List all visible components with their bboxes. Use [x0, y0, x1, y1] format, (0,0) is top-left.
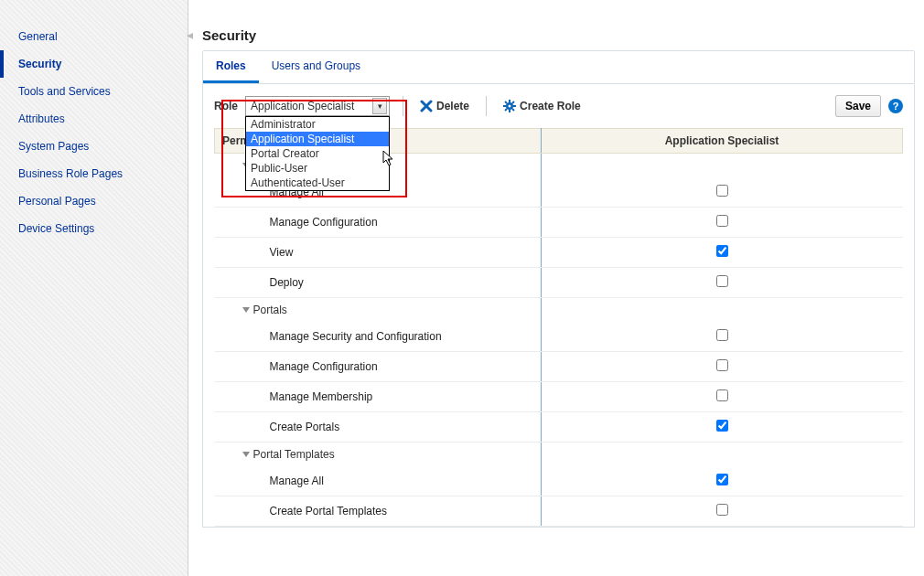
delete-label: Delete: [436, 100, 469, 112]
role-option-administrator[interactable]: Administrator: [246, 117, 389, 132]
sidebar: General Security Tools and Services Attr…: [0, 0, 188, 576]
permission-checkbox[interactable]: [716, 474, 728, 485]
permission-row: Manage Membership: [215, 382, 903, 412]
permission-row: Manage Configuration: [215, 208, 903, 238]
toolbar: Role Application Specialist ▾ Administra…: [214, 95, 903, 128]
sidebar-item-tools-and-services[interactable]: Tools and Services: [0, 78, 188, 105]
permission-checkbox-cell: [542, 177, 903, 208]
sidebar-item-security[interactable]: Security: [0, 50, 188, 78]
permission-checkbox-cell: [542, 322, 903, 352]
permission-checkbox-cell: [542, 496, 903, 527]
header-role-column: Application Specialist: [542, 129, 903, 154]
sidebar-item-system-pages[interactable]: System Pages: [0, 133, 188, 160]
permission-checkbox-cell: [542, 382, 903, 412]
help-icon[interactable]: ?: [888, 99, 903, 113]
permission-name: View: [215, 238, 542, 268]
tab-users-and-groups[interactable]: Users and Groups: [259, 51, 373, 83]
sidebar-item-attributes[interactable]: Attributes: [0, 105, 188, 133]
permission-row: Deploy: [215, 268, 903, 298]
permission-checkbox-cell: [542, 352, 903, 382]
sidebar-item-personal-pages[interactable]: Personal Pages: [0, 187, 188, 215]
permission-row: Create Portal Templates: [215, 496, 903, 527]
svg-line-5: [505, 101, 507, 103]
permission-checkbox[interactable]: [716, 185, 728, 197]
expand-collapse-icon[interactable]: [242, 307, 250, 313]
permission-checkbox[interactable]: [716, 275, 728, 287]
permission-checkbox[interactable]: [716, 329, 728, 341]
sidebar-item-general[interactable]: General: [0, 23, 188, 50]
permission-row: View: [215, 238, 903, 268]
permission-checkbox-cell: [542, 268, 903, 298]
tab-roles[interactable]: Roles: [203, 51, 259, 83]
permission-checkbox[interactable]: [716, 504, 728, 516]
permission-name: Manage Security and Configuration: [215, 322, 542, 352]
content-panel: Role Application Specialist ▾ Administra…: [202, 84, 915, 528]
svg-line-6: [512, 109, 514, 111]
role-option-public-user[interactable]: Public-User: [246, 161, 389, 176]
permission-checkbox-cell: [542, 238, 903, 268]
permission-checkbox[interactable]: [716, 420, 728, 432]
permission-group-row: Portals: [215, 298, 903, 323]
permission-group-label[interactable]: Portals: [215, 298, 542, 323]
divider: [403, 96, 403, 116]
permission-group-row: Portal Templates: [215, 443, 903, 467]
permission-checkbox-cell: [542, 208, 903, 238]
permission-group-label[interactable]: Portal Templates: [215, 443, 542, 467]
tab-bar: Roles Users and Groups: [202, 50, 915, 84]
permission-checkbox[interactable]: [716, 245, 728, 257]
permission-checkbox-cell: [542, 412, 903, 443]
role-select-wrap: Application Specialist ▾ Administrator A…: [245, 96, 390, 116]
svg-line-7: [512, 101, 514, 103]
chevron-down-icon: ▾: [372, 98, 387, 114]
permission-row: Manage Security and Configuration: [215, 322, 903, 352]
permission-name: Manage Configuration: [215, 208, 542, 238]
role-label: Role: [214, 100, 238, 112]
sidebar-item-device-settings[interactable]: Device Settings: [0, 215, 188, 242]
expand-collapse-icon[interactable]: [242, 452, 250, 457]
save-button[interactable]: Save: [835, 95, 881, 117]
role-option-application-specialist[interactable]: Application Specialist: [246, 132, 389, 146]
create-role-label: Create Role: [520, 100, 581, 112]
svg-point-9: [509, 105, 511, 108]
permission-checkbox[interactable]: [716, 389, 728, 401]
role-select[interactable]: Application Specialist ▾: [245, 96, 390, 116]
gear-plus-icon: [503, 100, 516, 112]
main-panel: ◂ Security Roles Users and Groups Role A…: [188, 0, 924, 576]
permission-row: Manage Configuration: [215, 352, 903, 382]
role-dropdown: Administrator Application Specialist Por…: [245, 116, 390, 191]
create-role-button[interactable]: Create Role: [500, 98, 585, 114]
svg-line-8: [505, 109, 507, 111]
permission-row: Create Portals: [215, 412, 903, 443]
permission-name: Create Portals: [215, 412, 542, 443]
collapse-sidebar-icon[interactable]: ◂: [187, 27, 193, 42]
permission-checkbox[interactable]: [716, 359, 728, 371]
permission-checkbox[interactable]: [716, 215, 728, 227]
role-option-portal-creator[interactable]: Portal Creator: [246, 146, 389, 161]
role-option-authenticated-user[interactable]: Authenticated-User: [246, 176, 389, 190]
permission-name: Manage Configuration: [215, 352, 542, 382]
permission-checkbox-cell: [542, 466, 903, 496]
sidebar-item-business-role-pages[interactable]: Business Role Pages: [0, 160, 188, 187]
delete-button[interactable]: Delete: [416, 98, 473, 114]
role-select-value: Application Specialist: [251, 100, 354, 112]
permission-name: Manage All: [215, 466, 542, 496]
page-title: Security: [202, 0, 915, 50]
permission-name: Deploy: [215, 268, 542, 298]
permission-row: Manage All: [215, 466, 903, 496]
delete-icon: [420, 100, 433, 112]
permission-name: Manage Membership: [215, 382, 542, 412]
divider: [486, 96, 487, 116]
permission-name: Create Portal Templates: [215, 496, 542, 527]
